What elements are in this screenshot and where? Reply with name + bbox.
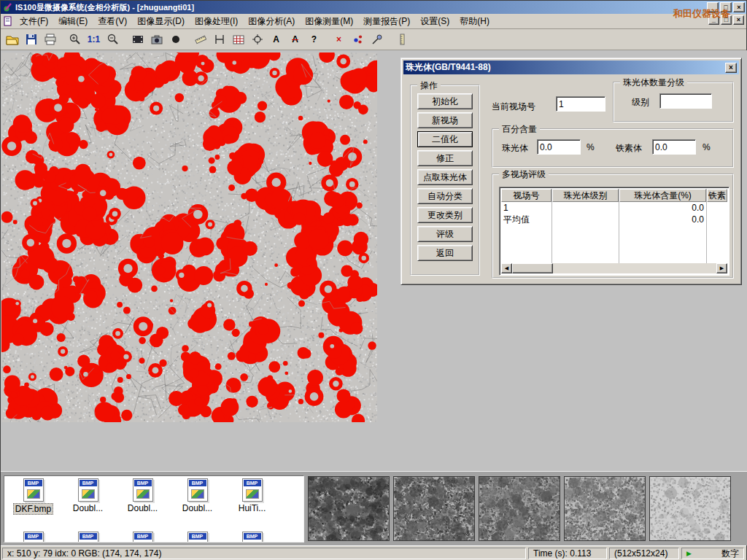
table-cell[interactable]: 0.0 (619, 214, 706, 225)
text-annotate-button[interactable]: A (267, 31, 285, 48)
menu-help[interactable]: 帮助(H) (454, 14, 495, 29)
open-file-button[interactable] (3, 31, 21, 48)
file-item[interactable]: BMP Doubl... (115, 478, 170, 515)
current-field-label: 当前视场号 (492, 101, 535, 113)
init-button[interactable]: 初始化 (417, 93, 473, 109)
file-item[interactable]: BMP (115, 532, 170, 542)
toolbar-separator (387, 31, 392, 48)
table-cell[interactable]: 1 (501, 202, 551, 214)
file-name[interactable]: Doubl... (126, 503, 159, 513)
metallographic-image[interactable] (1, 52, 377, 422)
print-button[interactable] (41, 31, 59, 48)
binarize-button[interactable]: 二值化 (417, 131, 473, 147)
point-mark-button[interactable] (349, 31, 367, 48)
file-item[interactable]: BMP (225, 532, 279, 542)
delete-measure-button[interactable]: × (330, 31, 348, 48)
picker-button[interactable] (368, 31, 386, 48)
scroll-left-icon[interactable]: ◀ (501, 263, 512, 273)
correct-button[interactable]: 修正 (417, 150, 473, 166)
menu-image-processing[interactable]: 图像处理(I) (190, 14, 243, 29)
rate-button[interactable]: 评级 (417, 226, 473, 242)
pick-pearlite-button[interactable]: 点取珠光体 (417, 169, 473, 185)
file-item[interactable]: BMP HuiTi... (225, 478, 279, 515)
bmp-file-icon: BMP (78, 478, 98, 502)
help-button[interactable]: ? (305, 31, 323, 48)
mode-panel: ▶ 数字 (681, 548, 744, 559)
table-columns: 视场号 1 平均值 珠光体级别 珠光体含量(%) 0.0 0.0 (501, 189, 727, 263)
image-thumbnail[interactable] (479, 476, 560, 541)
save-button[interactable] (22, 31, 40, 48)
menu-image-analysis[interactable]: 图像分析(A) (243, 14, 300, 29)
table-cell[interactable]: 平均值 (501, 214, 551, 225)
close-icon[interactable]: × (733, 2, 745, 12)
menu-image-measure[interactable]: 图像测量(M) (300, 14, 358, 29)
menu-image-display[interactable]: 图像显示(D) (132, 14, 190, 29)
text-delete-button[interactable]: A (286, 31, 304, 48)
percent-group: 百分含量 珠光体 % 铁素体 % (492, 128, 734, 168)
menu-view[interactable]: 查看(V) (93, 14, 132, 29)
menu-settings[interactable]: 设置(S) (415, 14, 454, 29)
level-input[interactable] (659, 93, 712, 109)
menu-file[interactable]: 文件(F) (15, 14, 53, 29)
file-name[interactable]: Doubl... (181, 503, 214, 513)
column-header[interactable]: 铁素 (707, 189, 727, 202)
ruler-measure-button[interactable] (191, 31, 209, 48)
horizontal-scrollbar[interactable]: ◀ ▶ (501, 263, 727, 273)
file-item[interactable]: BMP Doubl... (170, 478, 225, 515)
preview-circle-button[interactable] (166, 31, 185, 48)
vertical-ruler-button[interactable] (392, 31, 411, 48)
column-header[interactable]: 珠光体级别 (552, 189, 619, 202)
image-thumbnail[interactable] (308, 476, 390, 541)
menu-measure-report[interactable]: 测量报告(P) (358, 14, 415, 29)
image-thumbnail[interactable] (649, 476, 731, 541)
scrollbar-track[interactable] (553, 263, 716, 273)
file-item[interactable]: BMP (170, 532, 225, 542)
toolbar-separator (123, 31, 128, 48)
change-class-button[interactable]: 更改类别 (417, 207, 473, 223)
file-item[interactable]: BMP DKF.bmp (6, 478, 61, 515)
file-item[interactable]: BMP (61, 532, 115, 542)
table-cell[interactable]: 0.0 (619, 202, 706, 214)
file-item[interactable]: BMP Doubl... (61, 478, 115, 515)
grading-group-label: 珠光体数量分级 (620, 77, 687, 88)
app-window: IS100显微摄像系统(金相分析版) - [zhuguangti01] _ □ … (0, 0, 747, 560)
return-button[interactable]: 返回 (417, 245, 473, 261)
column-level: 珠光体级别 (552, 189, 619, 263)
new-field-button[interactable]: 新视场 (417, 112, 473, 128)
auto-classify-button[interactable]: 自动分类 (417, 188, 473, 204)
image-thumbnail[interactable] (564, 476, 646, 541)
mdi-close-icon[interactable]: × (733, 15, 744, 25)
actual-size-button[interactable]: 1:1 (85, 31, 103, 48)
scrollbar-thumb[interactable] (512, 263, 553, 273)
dialog-close-icon[interactable]: × (725, 63, 737, 73)
caliper-measure-button[interactable] (210, 31, 228, 48)
table-cell[interactable] (552, 214, 619, 225)
table-cell[interactable] (552, 202, 619, 214)
file-item[interactable]: BMP (6, 532, 61, 542)
column-header[interactable]: 珠光体含量(%) (619, 189, 706, 202)
table-cell[interactable] (707, 214, 727, 225)
image-thumbnail[interactable] (393, 476, 475, 541)
zoom-in-button[interactable] (66, 31, 84, 48)
capture-button[interactable] (128, 31, 147, 48)
file-name[interactable]: HuiTi... (237, 503, 268, 513)
column-content: 珠光体含量(%) 0.0 0.0 (619, 189, 707, 263)
multi-field-table[interactable]: 视场号 1 平均值 珠光体级别 珠光体含量(%) 0.0 0.0 (499, 187, 729, 276)
file-name[interactable]: Doubl... (71, 503, 104, 513)
file-name[interactable]: DKF.bmp (13, 503, 53, 515)
ferrite-percent-input[interactable] (652, 139, 696, 155)
column-header[interactable]: 视场号 (501, 189, 551, 202)
crosshair-button[interactable] (248, 31, 266, 48)
menu-edit[interactable]: 编辑(E) (53, 14, 93, 29)
dialog-titlebar[interactable]: 珠光体(GB/T9441-88) × (403, 61, 739, 74)
grid-measure-button[interactable] (229, 31, 247, 48)
current-field-input[interactable] (556, 96, 605, 112)
table-cell[interactable] (707, 202, 727, 214)
pearlite-percent-input[interactable] (537, 139, 581, 155)
camera-button[interactable] (147, 31, 166, 48)
file-browser[interactable]: BMP DKF.bmp BMP Doubl... BMP Doubl... BM… (4, 475, 304, 542)
mode-arrow-icon: ▶ (686, 550, 692, 557)
statusbar: x: 510 y: 79 idx: 0 RGB: (174, 174, 174)… (1, 545, 746, 560)
zoom-out-button[interactable] (104, 31, 122, 48)
scroll-right-icon[interactable]: ▶ (716, 263, 727, 273)
